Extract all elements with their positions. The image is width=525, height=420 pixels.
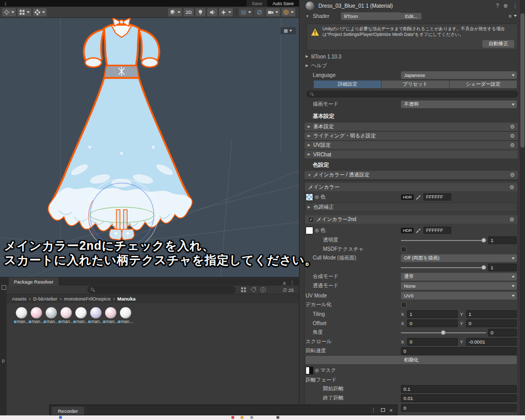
gizmos-button[interactable] xyxy=(281,8,295,16)
main2nd-checkbox[interactable]: ✓ xyxy=(308,217,314,223)
fade-extra-field[interactable]: 0 xyxy=(401,404,517,412)
foldout-main-color-group[interactable]: ▼ メインカラー / 透過設定 ⚙ xyxy=(305,171,518,179)
project-search-input[interactable] xyxy=(97,287,233,292)
angle-slider[interactable] xyxy=(401,329,486,336)
main2nd-texture-thumbnail[interactable] xyxy=(306,227,313,234)
scene-visibility-button[interactable] xyxy=(239,8,253,16)
search-by-type-icon[interactable] xyxy=(240,287,247,293)
lock-icon[interactable]: a xyxy=(283,281,286,286)
tab-presets[interactable]: プリセット xyxy=(381,81,449,88)
object-picker-icon[interactable]: ◎ xyxy=(315,368,319,373)
asset-item[interactable]: man... xyxy=(103,307,118,324)
object-picker-icon[interactable]: ◎ xyxy=(315,194,319,199)
gear-icon[interactable]: ⚙ xyxy=(509,184,514,191)
reset-button[interactable]: 初期化 xyxy=(306,356,517,364)
msdf-checkbox[interactable] xyxy=(401,247,407,252)
eyedropper-icon[interactable] xyxy=(416,194,421,200)
foldout-base-settings[interactable]: ▶ 基本設定 ⚙ xyxy=(305,123,518,131)
tab-recorder[interactable]: Recorder xyxy=(52,407,84,415)
asset-item[interactable]: man... xyxy=(88,307,103,324)
project-search-field[interactable] xyxy=(88,286,235,293)
asset-item[interactable]: man... xyxy=(14,307,29,324)
help-foldout[interactable]: ▶ ヘルプ xyxy=(306,62,517,70)
gear-icon[interactable]: ⚙ xyxy=(510,133,515,139)
gear-icon[interactable]: ⚙ xyxy=(510,172,515,178)
search-by-label-icon[interactable] xyxy=(250,287,256,293)
asset-item[interactable]: man... xyxy=(44,307,58,324)
inspector-search-field[interactable] xyxy=(307,91,518,97)
hidden-objects-button[interactable] xyxy=(254,8,265,16)
grid-snap-button[interactable] xyxy=(17,8,31,16)
lighting-toggle-button[interactable] xyxy=(195,8,206,16)
camera-settings-button[interactable] xyxy=(266,8,280,16)
auto-save-toggle[interactable]: Auto Save xyxy=(267,1,299,6)
offset-y-field[interactable]: 0 xyxy=(466,319,517,327)
gear-icon[interactable]: ⚙ xyxy=(510,142,515,149)
angle-value-field[interactable]: 0 xyxy=(488,329,517,336)
cull-dropdown[interactable]: Off (両面を描画) xyxy=(401,254,517,262)
breadcrumb-folder[interactable]: D-bitAtelier xyxy=(33,296,57,302)
blend-mode-dropdown[interactable]: 通常 xyxy=(401,273,517,281)
version-foldout[interactable]: ▶ lilToon 1.10.3 xyxy=(306,52,517,61)
slider-knob[interactable] xyxy=(481,265,486,270)
main2nd-header[interactable]: ✓ メインカラー2nd ⚙ xyxy=(305,215,517,224)
taskbar-icon[interactable] xyxy=(240,416,244,419)
shader-dropdown[interactable]: lilToon xyxy=(341,12,401,20)
tiling-x-field[interactable]: 1 xyxy=(407,310,458,318)
inspector-scrollbar[interactable] xyxy=(520,0,525,415)
tab-shader-settings[interactable]: シェーダー設定 xyxy=(450,81,517,88)
blend-strength-field[interactable]: 1 xyxy=(488,264,517,271)
collapsed-tab-label[interactable]: p xyxy=(2,358,5,363)
presets-icon[interactable]: ⚙ xyxy=(503,3,508,9)
info-icon[interactable] xyxy=(260,287,266,293)
eyedropper-icon[interactable] xyxy=(416,228,421,233)
scrollbar-thumb[interactable] xyxy=(520,13,524,148)
maximize-icon[interactable] xyxy=(381,408,385,412)
foldout-lighting-settings[interactable]: ▶ ライティング・明るさ設定 ⚙ xyxy=(305,132,518,140)
asset-item[interactable]: man... xyxy=(58,307,73,324)
decal-checkbox[interactable] xyxy=(401,302,407,308)
breadcrumb-current[interactable]: Manuka xyxy=(117,296,135,302)
kebab-menu-icon[interactable]: ⋮ xyxy=(290,280,295,286)
asset-item[interactable]: man... xyxy=(29,307,44,324)
language-dropdown[interactable]: Japanese xyxy=(401,71,517,79)
fade-start-field[interactable]: 0.1 xyxy=(401,385,517,393)
main-color-header[interactable]: メインカラー ⚙ xyxy=(305,183,517,191)
alpha-mode-dropdown[interactable]: None xyxy=(401,282,517,290)
uv-mode-dropdown[interactable]: UV0 xyxy=(401,292,517,299)
rotation-speed-field[interactable]: 0 xyxy=(401,347,517,355)
offset-x-field[interactable]: 0 xyxy=(407,319,458,327)
slider-knob[interactable] xyxy=(481,238,486,243)
taskbar-icon[interactable] xyxy=(59,416,62,419)
scroll-y-field[interactable]: -0.0001 xyxy=(466,338,517,346)
tool-handle-button[interactable] xyxy=(2,8,16,16)
alpha-value-field[interactable]: 1 xyxy=(488,236,517,244)
auto-fix-button[interactable]: 自動修正 xyxy=(482,40,514,48)
menu-icon[interactable]: ≡ xyxy=(509,13,512,19)
save-button[interactable]: Save xyxy=(247,0,268,7)
scroll-x-field[interactable]: 0 xyxy=(407,338,458,346)
asset-item[interactable]: man... xyxy=(118,307,133,324)
tab-detail-settings[interactable]: 詳細設定 xyxy=(314,81,381,88)
project-asset-grid[interactable]: man... man... man... man... man... man..… xyxy=(7,303,299,415)
2d-toggle-button[interactable]: 2D xyxy=(184,8,194,16)
main-texture-thumbnail[interactable] xyxy=(306,193,313,201)
taskbar-icon[interactable] xyxy=(276,416,279,419)
snap-settings-button[interactable] xyxy=(33,8,47,16)
object-picker-icon[interactable]: ◎ xyxy=(315,228,319,233)
dress-model[interactable] xyxy=(44,18,231,244)
collapsed-tab-icon[interactable] xyxy=(2,285,6,290)
tiling-y-field[interactable]: 1 xyxy=(466,310,517,318)
alpha-slider[interactable] xyxy=(401,237,486,244)
taskbar-icon[interactable] xyxy=(231,416,234,419)
mask-texture-thumbnail[interactable] xyxy=(306,367,313,374)
color-hex-field[interactable]: FFFFFF xyxy=(423,193,451,201)
asset-item[interactable]: man... xyxy=(73,307,88,324)
effects-toggle-button[interactable] xyxy=(219,8,233,16)
color-hex-field[interactable]: FFFFFF xyxy=(423,227,451,234)
shading-mode-button[interactable] xyxy=(168,8,182,16)
hidden-items-count[interactable]: ∅ 25 xyxy=(282,287,294,293)
foldout-open-icon[interactable]: ▼ xyxy=(306,14,311,18)
edit-shader-button[interactable]: Edit... xyxy=(401,13,421,19)
foldout-uv-settings[interactable]: ▶ UV設定 ⚙ xyxy=(305,141,518,149)
